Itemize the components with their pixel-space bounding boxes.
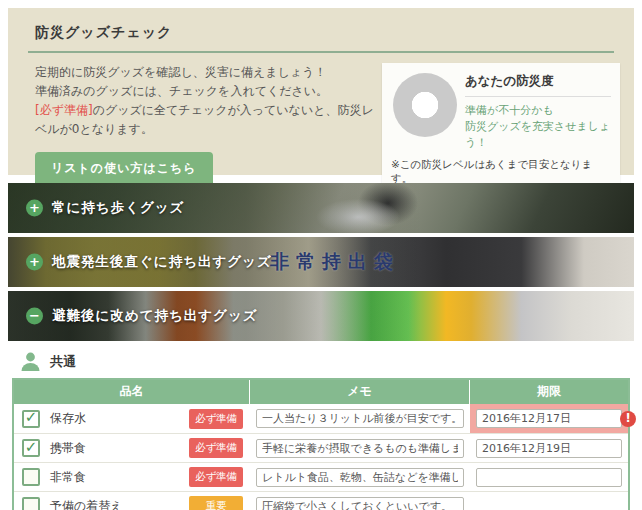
deadline-cell xyxy=(470,492,628,510)
group-label: 共通 xyxy=(50,353,76,371)
intro-line-3: [必ず準備]のグッズに全てチェックが入っていないと、防災レベルが0となります。 xyxy=(35,101,382,139)
intro-line-2: 準備済みのグッズには、チェックを入れてください。 xyxy=(35,82,382,101)
item-name-cell: 非常食必ず準備 xyxy=(14,463,250,491)
required-emphasis: [必ず準備] xyxy=(35,103,93,117)
score-status-line-1: 準備が不十分かも xyxy=(465,103,611,119)
page: 防災グッズチェック 定期的に防災グッズを確認し、災害に備えましょう！ 準備済みの… xyxy=(0,0,642,510)
memo-cell xyxy=(250,434,470,462)
group-heading: 共通 xyxy=(20,351,634,372)
intro-text: 定期的に防災グッズを確認し、災害に備えましょう！ 準備済みのグッズには、チェック… xyxy=(22,63,382,185)
deadline-cell: ! xyxy=(470,404,628,433)
check-icon: ✓ xyxy=(25,440,38,455)
memo-input[interactable] xyxy=(256,439,464,458)
item-name: 携帯食 xyxy=(50,440,86,457)
checkbox-unchecked[interactable] xyxy=(22,497,40,510)
item-name-cell: 予備の着替え重要 xyxy=(14,492,250,510)
item-name: 保存水 xyxy=(50,410,86,427)
deadline-cell xyxy=(470,434,628,462)
item-name-cell: ✓保存水必ず準備 xyxy=(14,404,250,433)
column-header-memo: メモ xyxy=(250,380,470,404)
score-card-title: あなたの防災度 xyxy=(465,73,611,97)
table-row: ✓保存水必ず準備! xyxy=(14,404,628,433)
memo-cell xyxy=(250,404,470,433)
score-status-line-2: 防災グッズを充実させましょう！ xyxy=(465,119,611,151)
column-header-item: 品名 xyxy=(14,380,250,404)
deadline-input[interactable] xyxy=(476,409,622,428)
deadline-input[interactable] xyxy=(476,439,622,458)
usage-guide-button[interactable]: リストの使い方はこちら xyxy=(35,152,213,185)
score-disclaimer: ※この防災レベルはあくまで目安となります。 xyxy=(391,158,611,186)
table-row: ✓携帯食必ず準備 xyxy=(14,433,628,462)
emergency-bag-photo-text: 非常持出袋 xyxy=(270,249,400,275)
check-icon: ✓ xyxy=(25,410,38,425)
table-row: 予備の着替え重要 xyxy=(14,491,628,510)
item-name: 予備の着替え xyxy=(50,498,123,510)
page-title: 防災グッズチェック xyxy=(35,24,620,42)
accordion-take-after-evacuation[interactable]: − 避難後に改めて持ち出すグッズ xyxy=(8,291,634,341)
column-header-deadline: 期限 xyxy=(470,380,628,404)
memo-cell xyxy=(250,463,470,491)
accordion-label: 地震発生後直ぐに持ち出すグッズ xyxy=(52,253,272,271)
header-panel: 防災グッズチェック 定期的に防災グッズを確認し、災害に備えましょう！ 準備済みの… xyxy=(8,8,634,175)
person-icon xyxy=(20,351,41,372)
intro-line-1: 定期的に防災グッズを確認し、災害に備えましょう！ xyxy=(35,63,382,82)
minus-icon[interactable]: − xyxy=(26,308,43,325)
item-name: 非常食 xyxy=(50,469,86,486)
accordion-label: 常に持ち歩くグッズ xyxy=(52,199,184,217)
memo-input[interactable] xyxy=(256,409,464,428)
plus-icon[interactable]: + xyxy=(26,200,43,217)
priority-badge: 必ず準備 xyxy=(189,409,243,429)
checkbox-unchecked[interactable] xyxy=(22,468,40,486)
title-divider xyxy=(28,51,614,53)
table-row: 非常食必ず準備 xyxy=(14,462,628,491)
goods-table: 品名 メモ 期限 ✓保存水必ず準備!✓携帯食必ず準備非常食必ず準備予備の着替え重… xyxy=(12,378,630,510)
accordion-carry-always[interactable]: + 常に持ち歩くグッズ xyxy=(8,183,634,233)
accordion-take-immediately[interactable]: + 地震発生後直ぐに持ち出すグッズ 非常持出袋 xyxy=(8,237,634,287)
memo-input[interactable] xyxy=(256,468,464,487)
checkbox-checked[interactable]: ✓ xyxy=(22,410,40,428)
table-header: 品名 メモ 期限 xyxy=(14,380,628,404)
deadline-cell xyxy=(470,463,628,491)
checkbox-checked[interactable]: ✓ xyxy=(22,439,40,457)
deadline-input[interactable] xyxy=(476,468,622,487)
accordion-label: 避難後に改めて持ち出すグッズ xyxy=(52,307,258,325)
item-name-cell: ✓携帯食必ず準備 xyxy=(14,434,250,462)
preparedness-score-card: あなたの防災度 準備が不十分かも 防災グッズを充実させましょう！ ※この防災レベ… xyxy=(382,63,620,195)
priority-badge: 必ず準備 xyxy=(189,467,243,487)
priority-badge: 必ず準備 xyxy=(189,438,243,458)
alert-icon: ! xyxy=(620,411,636,427)
plus-icon[interactable]: + xyxy=(26,254,43,271)
priority-badge: 重要 xyxy=(189,496,243,510)
memo-cell xyxy=(250,492,470,510)
score-donut-chart xyxy=(393,73,457,137)
memo-input[interactable] xyxy=(256,497,464,510)
